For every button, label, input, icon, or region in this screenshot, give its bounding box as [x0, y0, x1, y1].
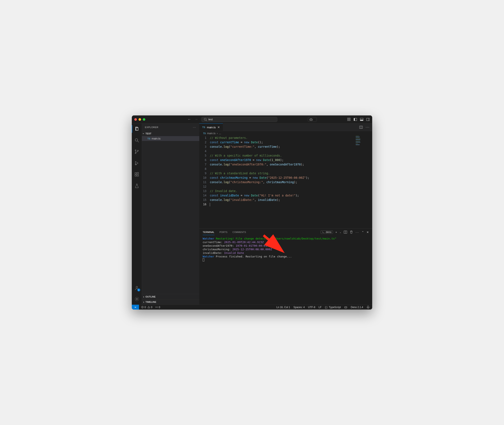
file-item-main-ts[interactable]: TS main.ts [142, 136, 199, 141]
tab-actions: ··· [357, 123, 372, 131]
nav-back-button[interactable]: ← [188, 117, 191, 122]
flask-icon [134, 183, 139, 188]
folder-name: TEST [145, 132, 151, 135]
svg-rect-7 [347, 120, 349, 121]
status-cursor-position[interactable]: Ln 16, Col 1 [276, 306, 290, 309]
activity-source-control[interactable] [132, 148, 142, 156]
svg-rect-12 [360, 120, 363, 121]
toggle-sidebar-icon[interactable] [354, 118, 357, 121]
play-bug-icon [134, 161, 139, 166]
typescript-file-icon: TS [202, 126, 205, 128]
activity-testing[interactable] [132, 182, 142, 190]
maximize-panel-button[interactable]: ⌃ [362, 231, 364, 234]
panel-more-button[interactable]: ··· [355, 231, 359, 234]
editor-more-button[interactable]: ··· [366, 125, 370, 129]
remote-icon [134, 306, 137, 309]
svg-point-18 [135, 153, 136, 154]
close-tab-button[interactable]: ✕ [217, 126, 220, 129]
git-branch-icon [134, 149, 139, 154]
sidebar-more-button[interactable]: ··· [193, 126, 196, 129]
status-bar: 0 0 0 Ln 16, Col 1 Spaces: 4 UTF-8 LF { … [132, 305, 372, 310]
activity-settings[interactable] [132, 295, 142, 303]
minimize-window-button[interactable] [138, 118, 141, 121]
panel-tab-ports[interactable]: PORTS [220, 229, 228, 235]
svg-point-33 [157, 307, 157, 307]
extensions-icon [134, 172, 139, 177]
maximize-window-button[interactable] [143, 118, 145, 121]
close-window-button[interactable] [134, 118, 137, 121]
svg-rect-2 [310, 119, 312, 120]
split-editor-icon[interactable] [359, 126, 363, 129]
copilot-status-icon[interactable] [344, 305, 347, 309]
code-body[interactable]: // Without parameters.const currentTime … [210, 136, 372, 229]
typescript-file-icon: TS [147, 137, 150, 140]
shell-name: deno [326, 231, 332, 234]
terminal-dropdown-icon[interactable]: ⌄ [340, 231, 341, 233]
status-ports[interactable]: 0 [155, 306, 160, 309]
minimap[interactable]: ████████████ ████ ████ █ ███ ███████████… [356, 136, 371, 150]
nav-forward-button[interactable]: → [194, 117, 198, 122]
status-eol[interactable]: LF [319, 306, 321, 309]
status-indentation[interactable]: Spaces: 4 [293, 306, 305, 309]
broadcast-icon [155, 306, 158, 309]
activity-explorer[interactable] [132, 125, 142, 133]
search-icon [204, 118, 207, 121]
gear-icon [134, 297, 139, 302]
timeline-section[interactable]: TIMELINE [142, 299, 199, 305]
chevron-down-icon: ⌄ [314, 118, 315, 120]
titlebar: ← → test ⌄ [132, 115, 372, 123]
svg-rect-23 [137, 175, 138, 176]
status-problems[interactable]: 0 0 [141, 306, 152, 309]
panel-tabs: TERMINAL PORTS COMMENTS deno + ⌄ ··· ⌃ [199, 229, 372, 235]
svg-rect-13 [367, 118, 369, 121]
tab-label: main.ts [207, 126, 216, 129]
layout-customize-icon[interactable] [347, 118, 351, 121]
toggle-panel-icon[interactable] [360, 118, 363, 121]
svg-rect-10 [354, 118, 355, 121]
tab-main-ts[interactable]: TS main.ts ✕ [199, 123, 223, 131]
activity-run-debug[interactable] [132, 159, 142, 167]
titlebar-right [347, 118, 370, 121]
terminal-icon [322, 231, 325, 233]
svg-rect-34 [345, 307, 347, 308]
activity-search[interactable] [132, 137, 142, 144]
status-runtime[interactable]: Deno 2.1.4 [351, 306, 363, 309]
chevron-right-icon [143, 300, 145, 304]
main-area: 1 EXPLORER ··· TEST TS main.ts [132, 123, 372, 305]
breadcrumb[interactable]: TS main.ts › ... [199, 131, 372, 136]
line-number-gutter: 12345678910111213141516 [199, 136, 210, 229]
trash-icon[interactable] [350, 230, 353, 234]
panel-tab-comments[interactable]: COMMENTS [232, 229, 246, 235]
activity-extensions[interactable] [132, 171, 142, 178]
status-encoding[interactable]: UTF-8 [308, 306, 315, 309]
svg-point-19 [137, 150, 138, 151]
breadcrumb-rest: ... [219, 132, 221, 135]
svg-rect-5 [347, 118, 349, 119]
breadcrumb-sep: › [217, 132, 218, 135]
panel-tab-terminal[interactable]: TERMINAL [203, 229, 215, 235]
command-center-search[interactable]: test [201, 117, 277, 122]
activity-accounts[interactable]: 1 [132, 284, 142, 292]
toggle-secondary-sidebar-icon[interactable] [366, 118, 370, 121]
status-language[interactable]: { } TypeScript [325, 306, 341, 309]
outline-section[interactable]: OUTLINE [142, 294, 199, 299]
svg-point-15 [135, 139, 138, 141]
bell-icon[interactable] [367, 305, 370, 309]
copilot-button[interactable]: ⌄ [308, 117, 317, 122]
remote-button[interactable] [132, 305, 139, 310]
new-terminal-button[interactable]: + [335, 231, 337, 234]
folder-header[interactable]: TEST [142, 131, 199, 136]
editor-pane: TS main.ts ✕ ··· TS main.ts › ... 123456… [199, 123, 372, 305]
code-editor[interactable]: 12345678910111213141516 // Without param… [199, 136, 372, 229]
svg-rect-24 [137, 173, 138, 174]
svg-point-26 [136, 298, 137, 300]
terminal-shell-selector[interactable]: deno [321, 230, 333, 234]
breadcrumb-file: main.ts [207, 132, 216, 135]
file-name: main.ts [152, 137, 160, 140]
terminal-output[interactable]: Watcher Restarting! File change detected… [199, 235, 372, 305]
close-panel-button[interactable]: ✕ [367, 231, 369, 234]
bottom-panel: TERMINAL PORTS COMMENTS deno + ⌄ ··· ⌃ [199, 229, 372, 305]
error-icon [141, 306, 144, 309]
files-icon [134, 126, 139, 132]
split-terminal-icon[interactable] [344, 230, 347, 234]
